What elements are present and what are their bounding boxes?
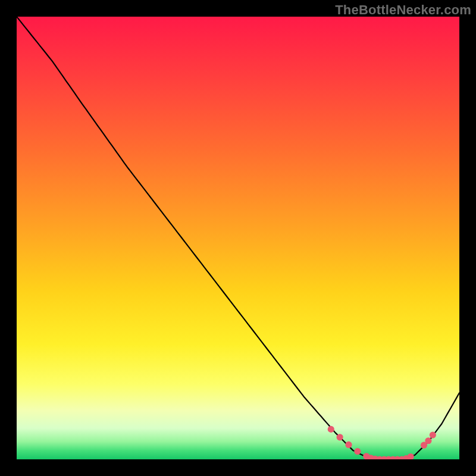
watermark-text: TheBottleNecker.com: [335, 2, 471, 18]
optimal-dot: [430, 432, 436, 439]
optimal-dot: [354, 448, 361, 455]
optimal-dot: [337, 434, 343, 440]
gradient-background: [17, 17, 459, 459]
optimal-dot: [425, 437, 431, 444]
optimal-dot: [345, 441, 352, 448]
bottleneck-chart: [17, 17, 459, 459]
chart-frame: TheBottleNecker.com: [0, 0, 476, 476]
optimal-dot: [328, 426, 334, 433]
